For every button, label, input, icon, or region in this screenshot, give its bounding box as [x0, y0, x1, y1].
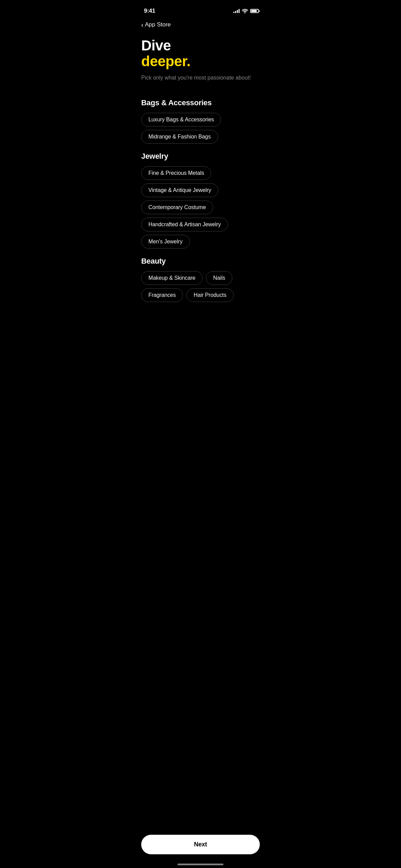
nav-bar: ‹ App Store [134, 17, 267, 29]
subtitle: Pick only what you're most passionate ab… [141, 74, 260, 82]
app-store-label: App Store [145, 21, 171, 28]
section-bags-accessories: Bags & AccessoriesLuxury Bags & Accessor… [141, 98, 260, 144]
tag-mens-jewelry[interactable]: Men's Jewelry [141, 235, 190, 249]
header: Dive deeper. Pick only what you're most … [134, 29, 267, 87]
tag-fragrances[interactable]: Fragrances [141, 288, 183, 302]
tags-jewelry: Fine & Precious MetalsVintage & Antique … [141, 166, 260, 249]
status-bar: 9:41 [134, 0, 267, 17]
title-white: Dive [141, 38, 260, 53]
wifi-icon [242, 9, 248, 13]
status-icons [233, 9, 260, 13]
tag-handcrafted[interactable]: Handcrafted & Artisan Jewelry [141, 218, 228, 231]
section-jewelry: JewelryFine & Precious MetalsVintage & A… [141, 152, 260, 249]
section-title-beauty: Beauty [141, 257, 260, 266]
tag-hair-products[interactable]: Hair Products [186, 288, 234, 302]
tag-makeup-skincare[interactable]: Makeup & Skincare [141, 271, 203, 285]
tag-contemporary[interactable]: Contemporary Costume [141, 201, 213, 214]
tag-vintage-jewelry[interactable]: Vintage & Antique Jewelry [141, 183, 218, 197]
battery-icon [250, 9, 260, 13]
title-yellow: deeper. [141, 53, 260, 69]
section-title-jewelry: Jewelry [141, 152, 260, 161]
tags-bags-accessories: Luxury Bags & AccessoriesMidrange & Fash… [141, 113, 260, 144]
content: Bags & AccessoriesLuxury Bags & Accessor… [134, 87, 267, 346]
back-chevron-icon: ‹ [141, 21, 144, 28]
section-beauty: BeautyMakeup & SkincareNailsFragrancesHa… [141, 257, 260, 302]
tag-fine-metals[interactable]: Fine & Precious Metals [141, 166, 211, 180]
tag-luxury-bags[interactable]: Luxury Bags & Accessories [141, 113, 221, 126]
tags-beauty: Makeup & SkincareNailsFragrancesHair Pro… [141, 271, 260, 302]
status-time: 9:41 [144, 8, 155, 14]
back-button[interactable]: ‹ [141, 20, 144, 29]
page-title: Dive deeper. [141, 38, 260, 69]
signal-icon [233, 9, 240, 13]
tag-nails[interactable]: Nails [206, 271, 232, 285]
section-title-bags-accessories: Bags & Accessories [141, 98, 260, 107]
tag-midrange-bags[interactable]: Midrange & Fashion Bags [141, 130, 218, 144]
